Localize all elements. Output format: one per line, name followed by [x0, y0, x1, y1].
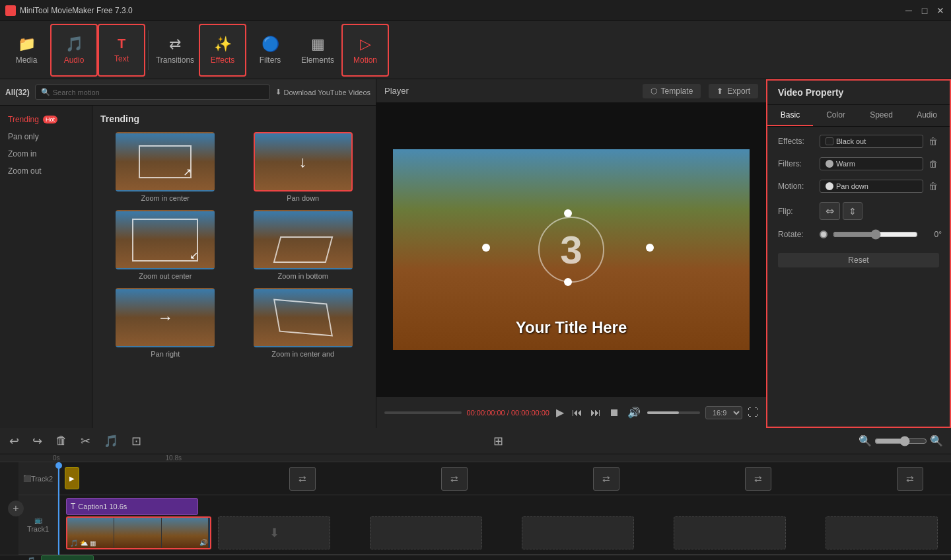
close-button[interactable]: ✕	[935, 5, 946, 16]
toolbar-audio[interactable]: 🎵 Audio	[50, 24, 98, 77]
category-zoom-in[interactable]: Zoom in	[0, 145, 92, 162]
fullscreen-button[interactable]: ⛶	[748, 407, 758, 419]
motion-item-zoom-in-bottom[interactable]: Zoom in bottom	[238, 210, 369, 280]
empty-slot-2[interactable]	[370, 516, 482, 549]
template-button[interactable]: ⬡ Template	[643, 84, 701, 98]
crop-button[interactable]: ⊡	[130, 433, 143, 450]
prev-frame-button[interactable]: ⏮	[571, 405, 584, 420]
tab-speed[interactable]: Speed	[859, 105, 904, 126]
zoom-slider[interactable]	[874, 436, 927, 446]
text-icon: T	[118, 36, 125, 52]
timeline-zoom-controls: 🔍 🔍	[859, 435, 943, 447]
cut-button[interactable]: ✂	[79, 433, 92, 450]
player-header: Player ⬡ Template ⬆ Export	[376, 79, 766, 103]
toolbar-motion[interactable]: ▷ Motion	[341, 24, 389, 77]
undo-button[interactable]: ↩	[8, 433, 20, 450]
category-trending[interactable]: Trending Hot	[0, 111, 92, 128]
minimize-button[interactable]: ─	[903, 5, 914, 16]
maximize-button[interactable]: □	[919, 5, 930, 16]
filters-label: Filters:	[778, 159, 814, 168]
player-controls: 00:00:00:00 / 00:00:00:00 ▶ ⏮ ⏭ ⏹ 🔊 16:9…	[376, 396, 766, 428]
aspect-ratio-select[interactable]: 16:9	[705, 406, 742, 419]
filters-value: Warm 🗑	[820, 157, 939, 170]
motion-item-zoom-in-center[interactable]: ↗ Zoom in center	[100, 132, 230, 202]
track-label-1: 📺 Track1	[18, 495, 58, 554]
flip-row: Flip: ⇔ ⇕	[778, 202, 939, 220]
effects-delete-button[interactable]: 🗑	[927, 135, 939, 148]
delete-clip-button[interactable]: 🗑	[54, 433, 69, 449]
rotate-slider[interactable]	[833, 229, 918, 240]
tab-basic[interactable]: Basic	[767, 105, 813, 126]
motion-item-zoom-out-center[interactable]: ↙ Zoom out center	[100, 210, 230, 280]
property-body: Effects: Black out 🗑 Filters: Warm	[767, 127, 950, 248]
export-icon: ⬆	[717, 87, 723, 96]
empty-slot-4[interactable]	[674, 516, 786, 549]
toolbar-transitions[interactable]: ⇄ Transitions	[151, 24, 199, 77]
rotate-indicator	[820, 230, 828, 238]
play-button[interactable]: ▶	[555, 405, 565, 420]
audio-clip-preview[interactable]	[41, 555, 94, 560]
flip-vertical-button[interactable]: ⇕	[843, 202, 863, 220]
tab-color[interactable]: Color	[813, 105, 859, 126]
toolbar-media[interactable]: 📁 Media	[3, 24, 50, 77]
search-box[interactable]: 🔍 Search motion	[35, 85, 270, 100]
motion-thumb-pan-right: →	[116, 288, 215, 347]
reset-button[interactable]: Reset	[778, 253, 939, 267]
tracks-area: + ⬛ Track2 ▶ ⇄ ⇄ ⇄ ⇄ ⇄	[0, 462, 951, 555]
motion-item-zoom-in-center-and[interactable]: Zoom in center and	[238, 288, 369, 358]
toolbar-effects[interactable]: ✨ Effects	[199, 24, 246, 77]
crop-handle-left[interactable]	[482, 244, 490, 252]
motion-item-pan-down[interactable]: ↓ Pan down	[238, 132, 369, 202]
media-clip-icon: ▶	[69, 475, 75, 482]
clip-icon-1: 🎵	[70, 540, 78, 547]
volume-bar[interactable]	[647, 411, 700, 414]
motion-delete-button[interactable]: 🗑	[927, 180, 939, 193]
redo-button[interactable]: ↪	[31, 433, 44, 450]
export-button[interactable]: ⬆ Export	[709, 84, 758, 98]
stop-button[interactable]: ⏹	[608, 405, 621, 420]
track-row-2: ⬛ Track2 ▶ ⇄ ⇄ ⇄ ⇄ ⇄	[18, 462, 951, 495]
video-clip[interactable]: 🎵 ⛅ ▦ 🔊	[66, 516, 211, 549]
video-property-panel: Video Property Basic Color Speed Audio E…	[766, 79, 951, 428]
filters-delete-button[interactable]: 🗑	[927, 157, 939, 170]
flip-horizontal-button[interactable]: ⇔	[820, 202, 840, 220]
caption-clip[interactable]: T Caption1 10.6s	[66, 498, 198, 515]
main-area: All(32) 🔍 Search motion ⬇ Download YouTu…	[0, 79, 951, 428]
tab-audio[interactable]: Audio	[904, 105, 950, 126]
add-track-button[interactable]: +	[8, 501, 24, 516]
filters-chip[interactable]: Warm	[820, 157, 923, 170]
ruler-mark-1: 10.8s	[153, 454, 195, 462]
flip-buttons: ⇔ ⇕	[820, 202, 863, 220]
motion-item-pan-right[interactable]: → Pan right	[100, 288, 230, 358]
toolbar-elements[interactable]: ▦ Elements	[294, 24, 341, 77]
empty-slot-3[interactable]	[522, 516, 634, 549]
progress-bar[interactable]	[384, 411, 462, 414]
audio-button[interactable]: 🎵	[102, 433, 120, 450]
transition-2[interactable]: ⇄	[441, 467, 468, 491]
next-frame-button[interactable]: ⏭	[589, 405, 602, 420]
empty-slot-1[interactable]: ⬇	[218, 516, 330, 549]
trending-label: Trending	[8, 115, 39, 124]
media-clip[interactable]: ▶	[65, 467, 79, 489]
crop-handle-bottom[interactable]	[564, 278, 572, 286]
volume-button[interactable]: 🔊	[626, 405, 642, 420]
toolbar-text[interactable]: T Text	[98, 24, 145, 77]
category-zoom-out[interactable]: Zoom out	[0, 162, 92, 180]
tracks-container: ⬛ Track2 ▶ ⇄ ⇄ ⇄ ⇄ ⇄	[18, 462, 951, 555]
filters-icon: 🔵	[262, 36, 279, 53]
toolbar-filters[interactable]: 🔵 Filters	[246, 24, 294, 77]
video-title-overlay: Your Title Here	[516, 318, 627, 337]
transition-3[interactable]: ⇄	[593, 467, 619, 491]
elements-icon: ▦	[311, 36, 325, 53]
transition-1[interactable]: ⇄	[289, 467, 316, 491]
empty-slot-5[interactable]	[826, 516, 938, 549]
split-screen-button[interactable]: ⊞	[492, 433, 505, 450]
motion-chip[interactable]: Pan down	[820, 180, 923, 193]
effects-chip[interactable]: Black out	[820, 135, 923, 148]
download-link[interactable]: ⬇ Download YouTube Videos	[275, 88, 371, 96]
rotate-label: Rotate:	[778, 230, 814, 239]
audio-icon: 🎵	[65, 36, 83, 53]
transition-4[interactable]: ⇄	[745, 467, 771, 491]
category-pan-only[interactable]: Pan only	[0, 128, 92, 145]
transition-5[interactable]: ⇄	[897, 467, 923, 491]
